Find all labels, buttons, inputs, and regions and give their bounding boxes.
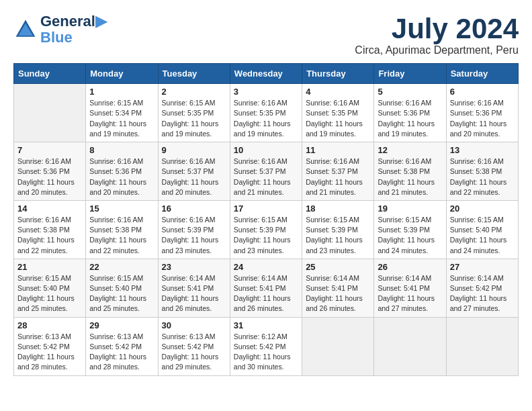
calendar-cell: 12Sunrise: 6:16 AMSunset: 5:38 PMDayligh… <box>374 142 446 201</box>
calendar-cell: 10Sunrise: 6:16 AMSunset: 5:37 PMDayligh… <box>230 142 302 201</box>
header: General▶ Blue July 2024 Circa, Apurimac … <box>13 13 519 56</box>
day-info: Sunrise: 6:16 AMSunset: 5:38 PMDaylight:… <box>450 156 515 197</box>
day-number: 2 <box>162 87 226 97</box>
calendar-cell: 9Sunrise: 6:16 AMSunset: 5:37 PMDaylight… <box>158 142 230 201</box>
day-header-wednesday: Wednesday <box>230 64 302 84</box>
calendar-cell: 6Sunrise: 6:16 AMSunset: 5:36 PMDaylight… <box>446 84 518 142</box>
day-number: 8 <box>89 145 154 155</box>
day-header-sunday: Sunday <box>14 64 86 84</box>
day-info: Sunrise: 6:15 AMSunset: 5:40 PMDaylight:… <box>89 273 154 314</box>
day-number: 30 <box>162 320 226 330</box>
calendar-cell: 26Sunrise: 6:14 AMSunset: 5:41 PMDayligh… <box>374 259 446 317</box>
calendar-cell: 1Sunrise: 6:15 AMSunset: 5:34 PMDaylight… <box>86 84 158 142</box>
calendar-cell: 28Sunrise: 6:13 AMSunset: 5:42 PMDayligh… <box>14 317 86 375</box>
day-info: Sunrise: 6:12 AMSunset: 5:42 PMDaylight:… <box>234 332 298 373</box>
day-info: Sunrise: 6:16 AMSunset: 5:36 PMDaylight:… <box>89 156 154 197</box>
day-number: 29 <box>89 320 154 330</box>
subtitle: Circa, Apurimac Department, Peru <box>355 44 519 56</box>
calendar-cell: 21Sunrise: 6:15 AMSunset: 5:40 PMDayligh… <box>14 259 86 317</box>
title-area: July 2024 Circa, Apurimac Department, Pe… <box>355 13 519 56</box>
calendar-week-3: 14Sunrise: 6:16 AMSunset: 5:38 PMDayligh… <box>14 200 519 259</box>
day-info: Sunrise: 6:13 AMSunset: 5:42 PMDaylight:… <box>17 332 82 373</box>
day-info: Sunrise: 6:14 AMSunset: 5:41 PMDaylight:… <box>378 273 442 314</box>
day-number: 24 <box>234 262 298 272</box>
day-number: 26 <box>378 262 442 272</box>
calendar-cell: 11Sunrise: 6:16 AMSunset: 5:37 PMDayligh… <box>302 142 374 201</box>
day-info: Sunrise: 6:16 AMSunset: 5:37 PMDaylight:… <box>234 156 298 197</box>
day-number: 21 <box>17 262 82 272</box>
day-number: 19 <box>378 203 442 214</box>
day-info: Sunrise: 6:15 AMSunset: 5:40 PMDaylight:… <box>17 273 82 314</box>
calendar-cell: 5Sunrise: 6:16 AMSunset: 5:36 PMDaylight… <box>374 84 446 142</box>
day-info: Sunrise: 6:15 AMSunset: 5:35 PMDaylight:… <box>162 98 226 139</box>
day-number: 10 <box>234 145 298 155</box>
calendar-week-4: 21Sunrise: 6:15 AMSunset: 5:40 PMDayligh… <box>14 259 519 317</box>
calendar-cell: 8Sunrise: 6:16 AMSunset: 5:36 PMDaylight… <box>86 142 158 201</box>
day-number: 25 <box>306 262 370 272</box>
day-header-friday: Friday <box>374 64 446 84</box>
day-number: 13 <box>450 145 515 155</box>
calendar-cell: 30Sunrise: 6:13 AMSunset: 5:42 PMDayligh… <box>158 317 230 375</box>
day-info: Sunrise: 6:14 AMSunset: 5:41 PMDaylight:… <box>234 273 298 314</box>
day-number: 6 <box>450 87 515 97</box>
calendar-cell: 13Sunrise: 6:16 AMSunset: 5:38 PMDayligh… <box>446 142 518 201</box>
day-info: Sunrise: 6:16 AMSunset: 5:38 PMDaylight:… <box>89 215 154 256</box>
logo-text: General▶ Blue <box>40 13 107 46</box>
calendar-cell: 15Sunrise: 6:16 AMSunset: 5:38 PMDayligh… <box>86 200 158 259</box>
day-info: Sunrise: 6:16 AMSunset: 5:38 PMDaylight:… <box>17 215 82 256</box>
calendar-cell: 17Sunrise: 6:15 AMSunset: 5:39 PMDayligh… <box>230 200 302 259</box>
day-number: 15 <box>89 203 154 214</box>
calendar-cell: 2Sunrise: 6:15 AMSunset: 5:35 PMDaylight… <box>158 84 230 142</box>
day-number: 7 <box>17 145 82 155</box>
day-number: 22 <box>89 262 154 272</box>
day-info: Sunrise: 6:15 AMSunset: 5:39 PMDaylight:… <box>378 215 442 256</box>
calendar-cell: 7Sunrise: 6:16 AMSunset: 5:36 PMDaylight… <box>14 142 86 201</box>
day-info: Sunrise: 6:14 AMSunset: 5:42 PMDaylight:… <box>450 273 515 314</box>
days-header-row: SundayMondayTuesdayWednesdayThursdayFrid… <box>14 64 519 84</box>
day-info: Sunrise: 6:16 AMSunset: 5:36 PMDaylight:… <box>450 98 515 139</box>
day-number: 16 <box>162 203 226 214</box>
calendar-cell <box>374 317 446 375</box>
day-number: 23 <box>162 262 226 272</box>
day-info: Sunrise: 6:14 AMSunset: 5:41 PMDaylight:… <box>162 273 226 314</box>
day-info: Sunrise: 6:13 AMSunset: 5:42 PMDaylight:… <box>162 332 226 373</box>
calendar-cell: 23Sunrise: 6:14 AMSunset: 5:41 PMDayligh… <box>158 259 230 317</box>
day-number: 14 <box>17 203 82 214</box>
calendar-cell <box>302 317 374 375</box>
day-header-saturday: Saturday <box>446 64 518 84</box>
day-info: Sunrise: 6:14 AMSunset: 5:41 PMDaylight:… <box>306 273 370 314</box>
calendar-cell: 24Sunrise: 6:14 AMSunset: 5:41 PMDayligh… <box>230 259 302 317</box>
day-info: Sunrise: 6:16 AMSunset: 5:39 PMDaylight:… <box>162 215 226 256</box>
day-info: Sunrise: 6:15 AMSunset: 5:40 PMDaylight:… <box>450 215 515 256</box>
day-info: Sunrise: 6:16 AMSunset: 5:37 PMDaylight:… <box>306 156 370 197</box>
day-number: 27 <box>450 262 515 272</box>
logo-icon <box>13 17 38 42</box>
day-header-thursday: Thursday <box>302 64 374 84</box>
day-info: Sunrise: 6:16 AMSunset: 5:35 PMDaylight:… <box>234 98 298 139</box>
day-info: Sunrise: 6:15 AMSunset: 5:34 PMDaylight:… <box>89 98 154 139</box>
calendar-cell: 25Sunrise: 6:14 AMSunset: 5:41 PMDayligh… <box>302 259 374 317</box>
day-number: 20 <box>450 203 515 214</box>
day-info: Sunrise: 6:15 AMSunset: 5:39 PMDaylight:… <box>306 215 370 256</box>
day-number: 31 <box>234 320 298 330</box>
month-title: July 2024 <box>355 13 519 44</box>
calendar-cell: 29Sunrise: 6:13 AMSunset: 5:42 PMDayligh… <box>86 317 158 375</box>
day-header-monday: Monday <box>86 64 158 84</box>
day-number: 17 <box>234 203 298 214</box>
day-number: 4 <box>306 87 370 97</box>
calendar-cell: 31Sunrise: 6:12 AMSunset: 5:42 PMDayligh… <box>230 317 302 375</box>
calendar-cell: 22Sunrise: 6:15 AMSunset: 5:40 PMDayligh… <box>86 259 158 317</box>
calendar-cell: 27Sunrise: 6:14 AMSunset: 5:42 PMDayligh… <box>446 259 518 317</box>
day-number: 28 <box>17 320 82 330</box>
day-info: Sunrise: 6:16 AMSunset: 5:36 PMDaylight:… <box>17 156 82 197</box>
logo: General▶ Blue <box>13 13 107 46</box>
calendar-cell: 4Sunrise: 6:16 AMSunset: 5:35 PMDaylight… <box>302 84 374 142</box>
calendar-table: SundayMondayTuesdayWednesdayThursdayFrid… <box>13 63 519 375</box>
calendar-week-5: 28Sunrise: 6:13 AMSunset: 5:42 PMDayligh… <box>14 317 519 375</box>
calendar-week-1: 1Sunrise: 6:15 AMSunset: 5:34 PMDaylight… <box>14 84 519 142</box>
day-info: Sunrise: 6:13 AMSunset: 5:42 PMDaylight:… <box>89 332 154 373</box>
calendar-cell: 14Sunrise: 6:16 AMSunset: 5:38 PMDayligh… <box>14 200 86 259</box>
calendar-cell: 18Sunrise: 6:15 AMSunset: 5:39 PMDayligh… <box>302 200 374 259</box>
calendar-cell <box>446 317 518 375</box>
day-number: 5 <box>378 87 442 97</box>
